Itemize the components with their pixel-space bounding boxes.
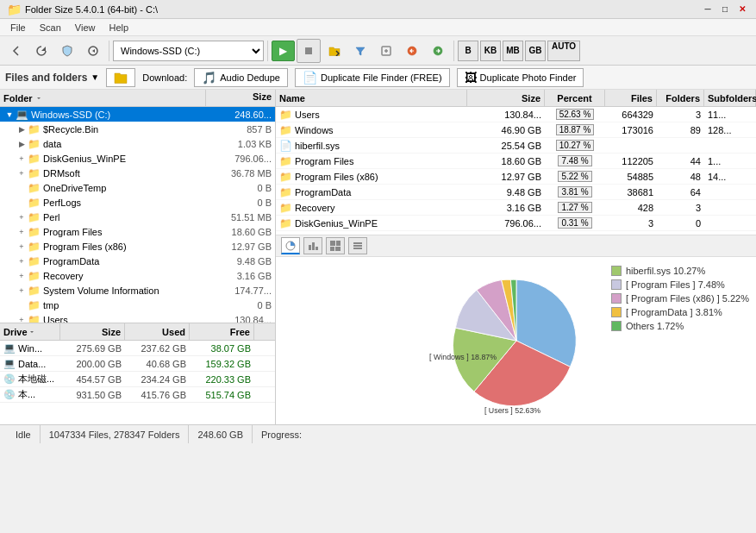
drive-row[interactable]: 💿本... 931.50 GB 415.76 GB 515.74 GB [0,387,275,403]
drive-selector[interactable]: Windows-SSD (C:) [113,41,264,61]
chart-list-button[interactable] [348,237,367,254]
expand-icon[interactable]: ▼ [3,110,16,119]
chart-pie-button[interactable] [281,237,300,254]
name-col-header[interactable]: Name [276,90,467,106]
chart-bar-button[interactable] [303,237,322,254]
detail-row-programfilesx86[interactable]: 📁Program Files (x86) 12.97 GB 5.22 % 548… [276,169,756,185]
detail-row-diskgenius[interactable]: 📁DiskGenius_WinPE 796.06... 0.31 % 3 0 [276,216,756,231]
scan-stop-button[interactable] [297,39,321,63]
view-auto-button[interactable]: AUTO [547,41,580,61]
files-dropdown-icon[interactable]: ▼ [91,72,99,82]
files-col-header[interactable]: Files [605,90,657,106]
chart-toolbar [276,235,756,257]
expand-icon[interactable]: + [16,272,28,280]
refresh2-button[interactable] [374,39,398,63]
detail-row-users[interactable]: 📁Users 130.84... 52.63 % 664329 3 11... [276,107,756,122]
drive-cell-used: 415.76 GB [125,389,190,401]
expand-icon[interactable]: + [16,213,28,222]
menu-scan[interactable]: Scan [33,21,68,34]
view-kb-button[interactable]: KB [480,41,501,61]
detail-content[interactable]: 📁Users 130.84... 52.63 % 664329 3 11... … [276,107,756,235]
duplicate-finder-button[interactable]: 📄 Duplicate File Finder (FREE) [295,68,450,87]
expand-icon[interactable]: ▶ [16,125,28,134]
used-col-header[interactable]: Used [125,323,190,340]
expand-icon[interactable]: + [16,242,28,251]
tree-row[interactable]: + 📁 ProgramData 9.48 GB [0,254,275,268]
view-mb-button[interactable]: MB [503,41,523,61]
folder-scan-button[interactable] [322,39,347,63]
svg-rect-6 [309,245,311,250]
folder-column-header[interactable]: Folder [0,90,206,106]
audio-dedupe-button[interactable]: 🎵 Audio Dedupe [194,68,288,87]
chart-treemap-button[interactable] [326,237,345,254]
tree-row[interactable]: 📁 OneDriveTemp 0 B [0,180,275,195]
minimize-button[interactable]: ─ [701,3,715,16]
tree-row[interactable]: ▼ 💻 Windows-SSD (C:) 248.60... [0,107,275,122]
expand-icon[interactable]: + [16,257,28,266]
menu-file[interactable]: File [3,21,33,34]
detail-row-windows[interactable]: 📁Windows 46.90 GB 18.87 % 173016 89 128.… [276,122,756,138]
nav-forward-button[interactable] [426,39,450,63]
tree-row[interactable]: + 📁 Perl 51.51 MB [0,210,275,224]
view-b-button[interactable]: B [458,41,478,61]
close-button[interactable]: ✕ [735,3,749,16]
tree-item-name: ProgramData [43,256,206,266]
drive-row[interactable]: 💿本地磁... 454.57 GB 234.24 GB 220.33 GB [0,372,275,387]
free-col-header[interactable]: Free [190,323,254,340]
expand-icon[interactable]: + [16,286,28,295]
tree-row[interactable]: + 📁 DiskGenius_WinPE 796.06... [0,151,275,166]
back-button[interactable] [3,39,28,63]
menu-view[interactable]: View [68,21,103,34]
detail-row-programfiles[interactable]: 📁Program Files 18.60 GB 7.48 % 112205 44… [276,154,756,169]
drive-col-header[interactable]: Drive [0,323,60,340]
reload-button[interactable] [81,39,105,63]
expand-icon[interactable]: ▶ [16,140,28,148]
tree-item-size: 0 B [206,198,275,208]
folder-icon: 📁 [28,270,41,282]
detail-cell-size: 130.84... [467,109,545,121]
tree-row[interactable]: + 📁 Users 130.84... [0,312,275,323]
expand-icon[interactable]: + [16,316,28,323]
svg-rect-15 [353,248,362,249]
maximize-button[interactable]: □ [718,3,732,16]
filter-button[interactable] [348,39,372,63]
legend-item-hiberfil: hiberfil.sys 10.27% [611,266,749,276]
tree-row[interactable]: ▶ 📁 data 1.03 KB [0,136,275,151]
tree-row[interactable]: ▶ 📁 $Recycle.Bin 857 B [0,122,275,136]
folders-col-header[interactable]: Folders [657,90,704,106]
shield-button[interactable] [55,39,79,63]
menu-help[interactable]: Help [102,21,135,34]
size-col-header[interactable]: Size [467,90,545,106]
tree-content[interactable]: ▼ 💻 Windows-SSD (C:) 248.60... ▶ 📁 $Recy… [0,107,275,323]
size-col-header[interactable]: Size [60,323,125,340]
expand-icon[interactable]: + [16,154,28,163]
tree-row[interactable]: + 📁 Program Files 18.60 GB [0,224,275,239]
detail-cell-files: 54885 [605,171,657,183]
drive-row[interactable]: 💻Data... 200.00 GB 40.68 GB 159.32 GB [0,356,275,372]
detail-cell-folders: 64 [657,186,704,198]
view-gb-button[interactable]: GB [525,41,546,61]
tree-item-name: Program Files [43,227,206,237]
detail-row-hiberfil[interactable]: 📄hiberfil.sys 25.54 GB 10.27 % [276,138,756,154]
photo-finder-button[interactable]: 🖼 Duplicate Photo Finder [457,68,584,87]
tree-row[interactable]: + 📁 DRMsoft 36.78 MB [0,166,275,180]
tree-row[interactable]: 📁 tmp 0 B [0,298,275,312]
legend-color-programfilesx86 [611,293,622,304]
drive-row[interactable]: 💻Win... 275.69 GB 237.62 GB 38.07 GB [0,341,275,356]
size-column-header[interactable]: Size [206,90,275,106]
detail-row-recovery[interactable]: 📁Recovery 3.16 GB 1.27 % 428 3 [276,200,756,216]
expand-icon[interactable]: + [16,228,28,236]
nav-back-button[interactable] [400,39,424,63]
refresh-button[interactable] [29,39,53,63]
detail-row-programdata[interactable]: 📁ProgramData 9.48 GB 3.81 % 38681 64 [276,185,756,200]
tree-row[interactable]: 📁 PerfLogs 0 B [0,195,275,210]
tree-item-size: 0 B [206,183,275,193]
percent-col-header[interactable]: Percent [545,90,605,106]
tree-row[interactable]: + 📁 Program Files (x86) 12.97 GB [0,239,275,254]
expand-icon[interactable]: + [16,169,28,178]
tree-row[interactable]: + 📁 System Volume Information 174.77... [0,283,275,298]
folder-icon-button[interactable] [106,68,135,87]
tree-row-recovery[interactable]: + 📁 Recovery 3.16 GB [0,268,275,283]
subfolders-col-header[interactable]: Subfolders [704,90,756,106]
scan-play-button[interactable]: ▶ [272,41,295,61]
